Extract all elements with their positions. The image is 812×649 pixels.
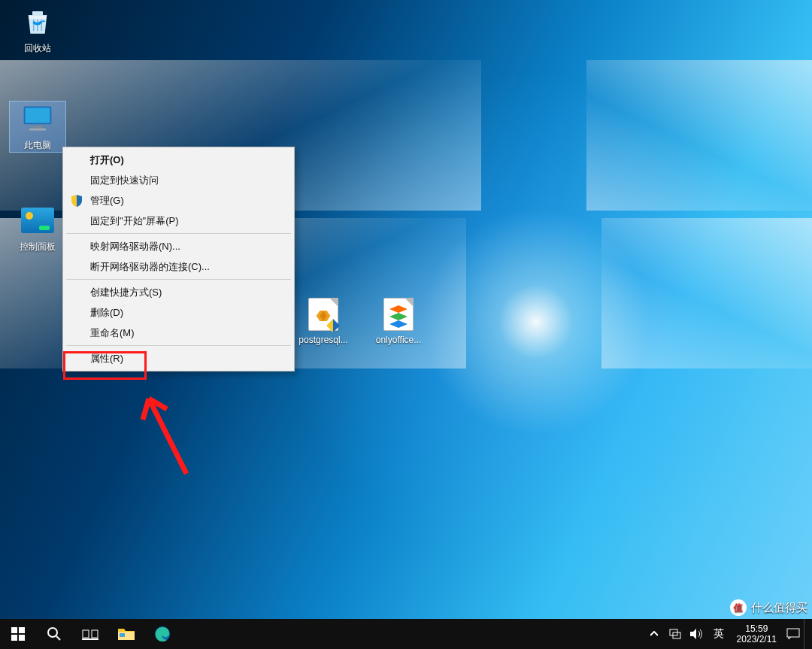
taskbar-app-edge[interactable] xyxy=(144,619,180,649)
clock-date: 2023/2/11 xyxy=(737,634,777,644)
show-desktop-button[interactable] xyxy=(804,619,809,649)
tray-network-button[interactable] xyxy=(665,619,686,649)
icon-label: 此电脑 xyxy=(10,139,65,152)
file-explorer-icon xyxy=(117,626,135,641)
svg-rect-8 xyxy=(19,635,25,641)
svg-point-9 xyxy=(48,628,57,637)
svg-rect-6 xyxy=(19,627,25,633)
tray-action-center-button[interactable] xyxy=(783,619,804,649)
search-icon xyxy=(47,626,62,641)
task-view-icon xyxy=(82,628,98,640)
tray-clock[interactable]: 15:59 2023/2/11 xyxy=(731,623,783,644)
wallpaper-window-pane xyxy=(601,218,812,368)
installer-icon xyxy=(306,297,341,332)
clock-time: 15:59 xyxy=(737,623,777,634)
menu-item-delete[interactable]: 删除(D) xyxy=(65,302,292,323)
task-view-button[interactable] xyxy=(72,619,108,649)
menu-separator xyxy=(66,345,291,346)
svg-rect-0 xyxy=(32,11,43,15)
watermark-logo-icon: 值 xyxy=(730,599,747,616)
uac-shield-icon xyxy=(71,195,83,207)
icon-label: 回收站 xyxy=(10,42,65,55)
desktop-icon-onlyoffice[interactable]: onlyoffice... xyxy=(371,297,426,345)
wallpaper-window-pane xyxy=(586,60,812,211)
menu-item-map-drive[interactable]: 映射网络驱动器(N)... xyxy=(65,236,292,256)
menu-item-properties[interactable]: 属性(R) xyxy=(65,348,292,368)
network-icon xyxy=(668,628,682,640)
svg-line-10 xyxy=(56,636,60,640)
edge-icon xyxy=(154,626,171,642)
desktop-icon-recycle-bin[interactable]: 回收站 xyxy=(10,5,65,55)
menu-separator xyxy=(66,279,291,280)
svg-rect-18 xyxy=(787,629,799,637)
menu-item-pin-start[interactable]: 固定到"开始"屏幕(P) xyxy=(65,211,292,231)
icon-label: postgresql... xyxy=(295,335,351,345)
svg-rect-7 xyxy=(11,635,17,641)
svg-rect-4 xyxy=(29,129,46,131)
icon-label: onlyoffice... xyxy=(371,335,426,345)
svg-rect-11 xyxy=(83,630,89,638)
menu-item-open[interactable]: 打开(O) xyxy=(65,150,292,170)
windows-logo-icon xyxy=(11,627,25,641)
context-menu-this-pc: 打开(O) 固定到快速访问 管理(G) 固定到"开始"屏幕(P) 映射网络驱动器… xyxy=(62,147,295,372)
control-panel-icon xyxy=(20,203,55,238)
taskbar: 英 15:59 2023/2/11 xyxy=(0,619,812,649)
watermark: 值 什么值得买 xyxy=(730,599,807,616)
action-center-icon xyxy=(786,628,800,640)
menu-item-pin-quick-access[interactable]: 固定到快速访问 xyxy=(65,170,292,190)
svg-rect-14 xyxy=(120,633,125,637)
desktop-icon-this-pc[interactable]: 此电脑 xyxy=(10,102,65,152)
tray-overflow-button[interactable] xyxy=(644,619,665,649)
start-button[interactable] xyxy=(0,619,36,649)
svg-rect-12 xyxy=(92,630,98,638)
menu-item-create-shortcut[interactable]: 创建快捷方式(S) xyxy=(65,282,292,302)
tray-volume-button[interactable] xyxy=(686,619,707,649)
tray-ime-button[interactable]: 英 xyxy=(707,619,731,649)
svg-rect-5 xyxy=(11,627,17,633)
desktop-icon-control-panel[interactable]: 控制面板 xyxy=(10,203,65,253)
this-pc-icon xyxy=(20,102,55,136)
svg-rect-3 xyxy=(34,126,42,129)
desktop[interactable]: 回收站 此电脑 控制面板 postgresql... onlyoffice.. xyxy=(0,0,812,619)
watermark-text: 什么值得买 xyxy=(751,601,807,615)
menu-item-rename[interactable]: 重命名(M) xyxy=(65,323,292,343)
annotation-arrow xyxy=(134,376,224,481)
recycle-bin-icon xyxy=(20,5,55,39)
installer-icon xyxy=(381,297,416,332)
icon-label: 控制面板 xyxy=(10,241,65,253)
menu-item-disconnect-drive[interactable]: 断开网络驱动器的连接(C)... xyxy=(65,256,292,277)
svg-rect-2 xyxy=(26,108,50,123)
volume-icon xyxy=(689,628,703,640)
menu-item-manage[interactable]: 管理(G) xyxy=(65,190,292,211)
taskbar-app-file-explorer[interactable] xyxy=(108,619,144,649)
menu-separator xyxy=(66,233,291,234)
chevron-up-icon xyxy=(650,631,658,637)
desktop-icon-postgresql[interactable]: postgresql... xyxy=(295,297,351,345)
search-button[interactable] xyxy=(36,619,72,649)
